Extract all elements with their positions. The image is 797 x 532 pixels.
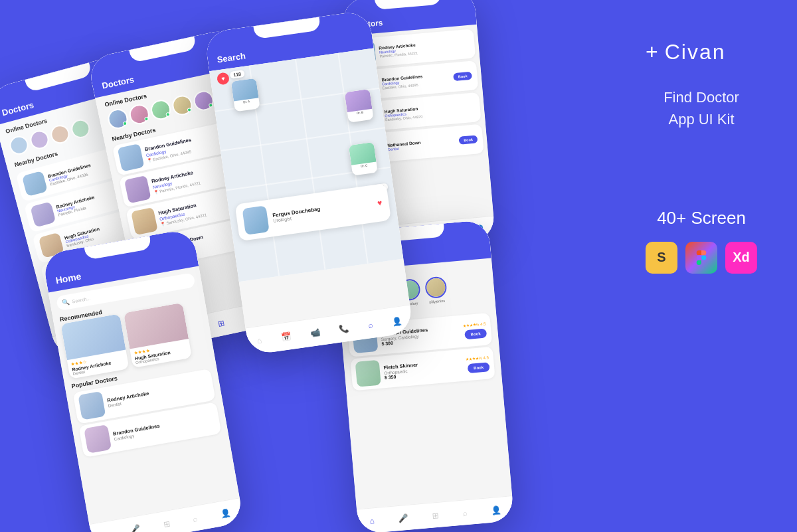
marker-img-3: [349, 142, 377, 165]
map-marker-3: Dr. C: [349, 142, 378, 176]
p3-map-area: Dr. A Dr. B Dr. C ♥ 118 1102: [209, 48, 403, 282]
figma-icon: [685, 242, 717, 274]
p3-selected-photo: [242, 205, 270, 235]
branding-panel: + Civan Find Doctor App UI Kit 40+ Scree…: [646, 40, 757, 274]
p1-av-2: [28, 128, 50, 151]
p1-av-1: [7, 134, 30, 157]
logo: + Civan: [646, 40, 757, 64]
p3-nav-calendar[interactable]: 📅: [280, 331, 292, 342]
p2-av-4: [171, 94, 195, 118]
app-title-line2: App UI Kit: [646, 111, 757, 128]
map-marker-2: Dr. B: [345, 89, 374, 123]
p5-nav-search[interactable]: ⌕: [192, 513, 198, 523]
phones-area: Doctors Online Doctors Nearby Doctors Br…: [0, 0, 584, 532]
p5-nav-user[interactable]: 👤: [220, 508, 231, 519]
online-dot-4: [187, 108, 191, 112]
p6-av-img-4: [426, 278, 446, 298]
p5-nav-mic[interactable]: 🎤: [130, 523, 141, 532]
p5-header-title: Home: [54, 271, 82, 286]
p5-pop-info-2: Brandon Guidelines Cardiology: [112, 413, 215, 441]
p2-av-2: [128, 102, 151, 126]
p5-bottom-nav: ⌂ 🎤 ⊞ ⌕ 👤: [89, 497, 244, 532]
marker-img-2: [345, 89, 373, 112]
online-dot-1: [123, 121, 128, 126]
p3-nav-phone[interactable]: 📞: [339, 323, 350, 333]
p5-nav-home[interactable]: ⌂: [102, 529, 109, 532]
sketch-icon: S: [646, 242, 677, 274]
xd-icon: Xd: [725, 242, 757, 274]
p2-header-title: Doctors: [101, 74, 135, 91]
p5-rec-card-1: ★★★☆ Rodney Artichoke Dentist: [60, 313, 129, 379]
p6-book-2[interactable]: Book: [468, 362, 490, 373]
p6-nav-grid[interactable]: ⊞: [432, 510, 439, 520]
p5-pop-img-2: [84, 424, 112, 454]
p6-book-1[interactable]: Book: [464, 328, 487, 339]
p6-bottom-nav: ⌂ 🎤 ⊞ ⌕ 👤: [357, 495, 514, 532]
online-dot-3: [165, 112, 170, 117]
p6-doc-img-2: [355, 360, 381, 387]
p3-nav-user[interactable]: 👤: [392, 315, 403, 326]
p4-info-1: Rodney Artichoke Neurology Painetic, Flo…: [379, 37, 470, 58]
tool-icons-row: S Xd: [646, 242, 757, 274]
p3-selected-info: Fergus Douchebag Urologist: [272, 199, 373, 223]
marker-label-1: Dr. A: [242, 99, 252, 105]
p2-nav-grid[interactable]: ⊞: [217, 318, 226, 329]
p3-header-title: Search: [217, 50, 246, 64]
p6-doc-rating-1: ★★★★½ 4.5: [462, 321, 486, 327]
logo-name: Civan: [665, 40, 726, 64]
p5-pop-info-1: Rodney Artichoke Dentist: [107, 380, 209, 408]
p4-book-2[interactable]: Book: [453, 72, 472, 81]
p1-av-4: [69, 118, 92, 140]
p3-doc-heart: ♥: [377, 198, 383, 208]
p4-info-2: Brandon Guidelines Cardiology Eastlake, …: [381, 71, 450, 90]
online-dot-5: [209, 103, 213, 108]
p2-av-1: [106, 107, 130, 131]
p4-book-4[interactable]: Book: [459, 135, 478, 144]
p6-story-4: pillyjenins: [424, 276, 448, 305]
app-title-line1: Find Doctor: [646, 84, 757, 111]
p4-info-3: Hugh Saturation Orthopaedics Sandusky, O…: [384, 101, 475, 122]
p5-rec-card-2: ★★★★ Hugh Saturation Orthopaedics: [124, 303, 192, 368]
p2-photo-3: [131, 207, 158, 235]
marker-label-3: Dr. C: [359, 163, 369, 169]
p6-nav-mic[interactable]: 🎤: [398, 513, 408, 523]
marker-img-1: [231, 78, 259, 102]
p5-search-placeholder: Search...: [72, 296, 91, 304]
p6-doc-rating-2: ★★★★½ 4.5: [466, 355, 489, 361]
marker-label-2: Dr. B: [355, 110, 365, 116]
p3-nav-search[interactable]: ⌕: [368, 319, 374, 329]
p1-doc-img-1: [22, 171, 48, 197]
p4-info-4: Nathaneal Down Dentist: [387, 137, 456, 151]
p1-header-title: Doctors: [1, 100, 35, 118]
p1-doc-img-2: [30, 201, 56, 227]
p6-nav-user[interactable]: 👤: [491, 505, 501, 515]
p5-nav-grid[interactable]: ⊞: [163, 519, 171, 529]
screens-count: 40+ Screen: [646, 208, 757, 228]
p6-doc-info-2: Fletch Skinner Orthopaedic $ 350: [383, 357, 463, 379]
online-dot-2: [144, 117, 149, 122]
map-marker-1: Dr. A: [231, 78, 260, 112]
p2-photo-2: [124, 175, 151, 203]
p2-photo-1: [118, 143, 145, 171]
p5-pop-img-1: [78, 391, 106, 420]
logo-plus: +: [646, 40, 660, 64]
p6-ring-4: [424, 276, 448, 300]
p1-av-3: [48, 123, 71, 145]
p3-nav-video[interactable]: 📹: [310, 327, 321, 337]
p2-av-3: [149, 98, 173, 122]
p5-search-icon: 🔍: [62, 298, 70, 306]
p6-nav-home[interactable]: ⌂: [369, 516, 375, 526]
p6-nav-search[interactable]: ⌕: [462, 508, 468, 518]
p3-nav-home[interactable]: ⌂: [256, 335, 262, 345]
